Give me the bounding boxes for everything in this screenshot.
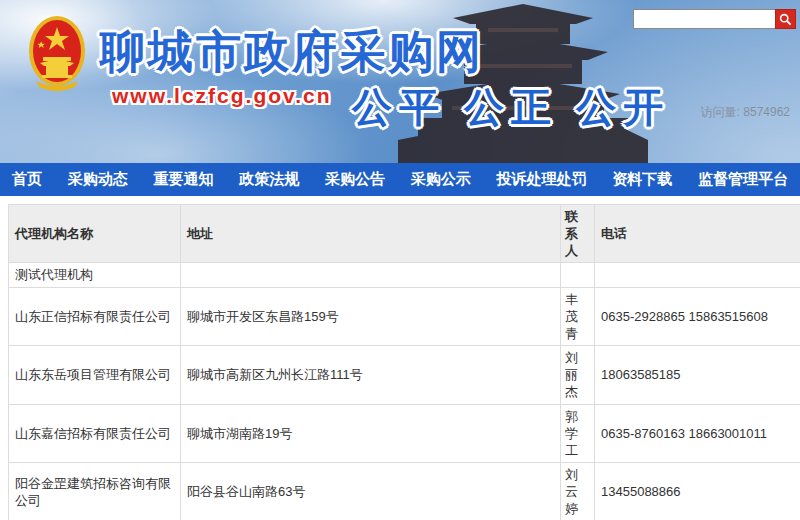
main-content: 代理机构名称 地址 联系人 电话 测试代理机构山东正信招标有限责任公司聊城市开发…: [0, 196, 800, 520]
visit-counter-label: 访问量:: [701, 105, 740, 119]
cell-agency-name: 测试代理机构: [9, 263, 181, 287]
nav-item-3[interactable]: 政策法规: [239, 170, 299, 189]
cell-address: 聊城市开发区东昌路159号: [181, 287, 561, 345]
cell-agency-name: 山东东岳项目管理有限公司: [9, 346, 181, 404]
cell-contact: [561, 263, 595, 287]
table-row: 测试代理机构: [9, 263, 800, 287]
search-bar: [633, 9, 796, 29]
site-slogan: 公平 公正 公开: [352, 80, 670, 135]
agency-table-body: 测试代理机构山东正信招标有限责任公司聊城市开发区东昌路159号丰茂青0635-2…: [9, 263, 800, 520]
cell-agency-name: 山东嘉信招标有限责任公司: [9, 404, 181, 462]
cell-phone: [595, 263, 800, 287]
nav-item-6[interactable]: 投诉处理处罚: [497, 170, 587, 189]
nav-item-7[interactable]: 资料下载: [612, 170, 672, 189]
nav-item-2[interactable]: 重要通知: [154, 170, 214, 189]
column-header-address: 地址: [181, 205, 561, 263]
site-title: 聊城市政府采购网: [100, 22, 484, 82]
national-emblem-icon: [28, 15, 86, 93]
cell-contact: 刘云婷: [561, 463, 595, 520]
cell-address: 聊城市高新区九州长江路111号: [181, 346, 561, 404]
cell-phone: 0635-8760163 18663001011: [595, 404, 800, 462]
cell-phone: 13455088866: [595, 463, 800, 520]
nav-item-1[interactable]: 采购动态: [68, 170, 128, 189]
agency-table: 代理机构名称 地址 联系人 电话 测试代理机构山东正信招标有限责任公司聊城市开发…: [8, 204, 800, 520]
nav-item-4[interactable]: 采购公告: [325, 170, 385, 189]
table-row: 山东东岳项目管理有限公司聊城市高新区九州长江路111号刘丽杰1806358518…: [9, 346, 800, 404]
site-url: www.lczfcg.gov.cn: [112, 84, 332, 108]
table-row: 阳谷金罡建筑招标咨询有限公司阳谷县谷山南路63号刘云婷13455088866: [9, 463, 800, 520]
table-row: 山东正信招标有限责任公司聊城市开发区东昌路159号丰茂青0635-2928865…: [9, 287, 800, 345]
cell-contact: 郭学工: [561, 404, 595, 462]
nav-item-5[interactable]: 采购公示: [411, 170, 471, 189]
column-header-agency-name: 代理机构名称: [9, 205, 181, 263]
cell-address: 阳谷县谷山南路63号: [181, 463, 561, 520]
cell-agency-name: 阳谷金罡建筑招标咨询有限公司: [9, 463, 181, 520]
site-banner: 聊城市政府采购网 www.lczfcg.gov.cn 公平 公正 公开 访问量:…: [0, 0, 800, 163]
main-nav: 首页采购动态重要通知政策法规采购公告采购公示投诉处理处罚资料下载监督管理平台: [0, 163, 800, 196]
cell-agency-name: 山东正信招标有限责任公司: [9, 287, 181, 345]
table-header-row: 代理机构名称 地址 联系人 电话: [9, 205, 800, 263]
column-header-phone: 电话: [595, 205, 800, 263]
search-button[interactable]: [775, 9, 796, 29]
cell-address: 聊城市湖南路19号: [181, 404, 561, 462]
cell-contact: 丰茂青: [561, 287, 595, 345]
column-header-contact: 联系人: [561, 205, 595, 263]
cell-phone: 18063585185: [595, 346, 800, 404]
table-row: 山东嘉信招标有限责任公司聊城市湖南路19号郭学工0635-8760163 186…: [9, 404, 800, 462]
nav-item-8[interactable]: 监督管理平台: [698, 170, 788, 189]
visit-counter-value: 8574962: [743, 105, 790, 119]
nav-item-0[interactable]: 首页: [12, 170, 42, 189]
search-input[interactable]: [633, 9, 775, 29]
cell-phone: 0635-2928865 15863515608: [595, 287, 800, 345]
cell-address: [181, 263, 561, 287]
visit-counter: 访问量: 8574962: [701, 104, 790, 121]
cell-contact: 刘丽杰: [561, 346, 595, 404]
search-icon: [779, 13, 792, 26]
